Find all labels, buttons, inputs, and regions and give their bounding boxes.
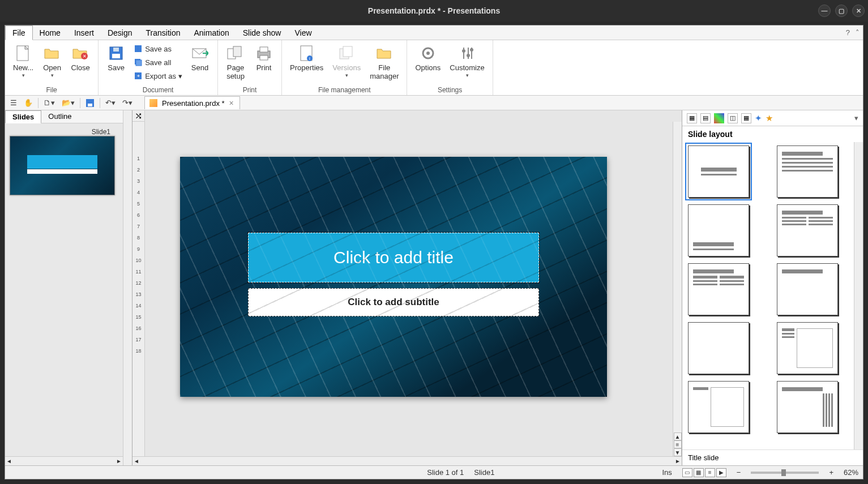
view-normal-button[interactable]: ▭ xyxy=(682,468,692,477)
save-all-icon xyxy=(134,58,143,67)
layout-title-only[interactable] xyxy=(777,263,838,315)
slide-canvas[interactable]: Click to add title Click to add subtitle xyxy=(145,122,673,456)
view-outline-button[interactable]: ≡ xyxy=(705,468,715,477)
sidebar-tab-layout[interactable]: ▦ xyxy=(687,113,697,123)
save-as-icon xyxy=(134,44,143,53)
undo-button[interactable]: ↶▾ xyxy=(104,97,117,108)
new-button[interactable]: New... ▾ xyxy=(10,42,37,79)
send-icon xyxy=(190,44,209,63)
layout-title-slide[interactable] xyxy=(688,145,749,198)
sidebar-tab-color[interactable] xyxy=(714,113,724,123)
slide[interactable]: Click to add title Click to add subtitle xyxy=(180,157,607,397)
menu-animation[interactable]: Animation xyxy=(187,25,236,40)
customize-icon xyxy=(457,44,477,63)
svg-text:✕: ✕ xyxy=(83,54,87,59)
zoom-in-button[interactable]: + xyxy=(829,468,833,477)
maximize-button[interactable]: ▢ xyxy=(835,5,848,17)
close-tab-button[interactable]: × xyxy=(229,98,234,108)
options-button[interactable]: Options xyxy=(412,42,444,74)
menu-icon[interactable]: ☰ xyxy=(8,97,19,108)
collapse-ribbon-icon[interactable]: ˄ xyxy=(856,28,860,37)
save-quick-button[interactable] xyxy=(84,97,96,109)
status-ins: Ins xyxy=(662,468,672,477)
vertical-ruler[interactable]: 123456789101112131415161718 xyxy=(132,122,145,456)
subtitle-placeholder[interactable]: Click to add subtitle xyxy=(248,288,539,316)
open-quick-button[interactable]: 📂▾ xyxy=(60,97,76,108)
menu-transition[interactable]: Transition xyxy=(139,25,187,40)
close-button[interactable]: ✕ Close xyxy=(67,42,93,74)
app-window: File Home Insert Design Transition Anima… xyxy=(5,25,863,479)
slide-thumbnail-1[interactable] xyxy=(10,136,115,195)
view-slideshow-button[interactable]: ▶ xyxy=(716,468,726,477)
sidebar-tab-design[interactable]: ▤ xyxy=(700,113,711,123)
save-icon xyxy=(106,44,126,63)
layout-content-caption[interactable] xyxy=(777,322,838,374)
layout-two-content[interactable] xyxy=(777,204,838,256)
status-slide-name: Slide1 xyxy=(474,468,494,477)
svg-point-27 xyxy=(467,54,470,57)
hand-icon[interactable]: ✋ xyxy=(22,97,35,108)
sidebar-tab-object[interactable]: ◫ xyxy=(728,113,738,123)
tab-slides[interactable]: Slides xyxy=(5,110,41,123)
menu-file[interactable]: File xyxy=(5,25,33,40)
new-quick-button[interactable]: 🗋▾ xyxy=(42,97,57,108)
save-all-button[interactable]: Save all xyxy=(131,56,185,68)
menu-view[interactable]: View xyxy=(288,25,318,40)
svg-rect-8 xyxy=(136,60,142,66)
layout-section-header[interactable] xyxy=(688,204,749,256)
sidebar-tab-table[interactable]: ▦ xyxy=(741,113,751,123)
editor-hscroll[interactable]: ◄► xyxy=(132,456,682,465)
thumb-label: Slide1 xyxy=(10,128,118,136)
title-placeholder[interactable]: Click to add title xyxy=(248,233,539,282)
close-window-button[interactable]: ✕ xyxy=(852,5,865,17)
zoom-slider[interactable] xyxy=(751,472,819,474)
redo-button[interactable]: ↷▾ xyxy=(121,97,134,108)
menu-design[interactable]: Design xyxy=(101,25,139,40)
versions-button[interactable]: Versions ▾ xyxy=(329,42,364,79)
sidebar-panel: ▦ ▤ ◫ ▦ ✦ ★ ▾ Slide layout xyxy=(682,110,863,465)
open-button[interactable]: Open ▾ xyxy=(39,42,65,79)
export-as-button[interactable]: Export as ▾ xyxy=(131,70,185,82)
sidebar-tab-anim2[interactable]: ★ xyxy=(766,113,773,123)
help-icon[interactable]: ? xyxy=(846,28,850,37)
prev-slide-button[interactable]: ▲ xyxy=(674,432,682,440)
editor-vscroll[interactable]: ▲ ≡ ▼ xyxy=(673,122,682,456)
group-document-label: Document xyxy=(103,85,213,94)
next-slide-button[interactable]: ▼ xyxy=(674,448,682,456)
slide-nav-button[interactable]: ≡ xyxy=(674,440,682,448)
layout-comparison[interactable] xyxy=(688,263,749,315)
view-sorter-button[interactable]: ▦ xyxy=(694,468,704,477)
menu-slideshow[interactable]: Slide show xyxy=(236,25,288,40)
tab-outline[interactable]: Outline xyxy=(41,110,78,123)
sidebar-vscroll[interactable] xyxy=(854,142,863,449)
print-button[interactable]: Print xyxy=(251,42,277,74)
file-manager-button[interactable]: File manager xyxy=(366,42,402,82)
layout-picture-caption[interactable] xyxy=(688,381,749,433)
minimize-button[interactable]: — xyxy=(818,5,831,17)
customize-button[interactable]: Customize ▾ xyxy=(446,42,488,79)
group-file-label: File xyxy=(10,85,93,94)
page-setup-button[interactable]: Page setup xyxy=(223,42,249,82)
layout-title-content[interactable] xyxy=(777,145,838,198)
svg-point-22 xyxy=(426,52,430,55)
zoom-out-button[interactable]: − xyxy=(737,468,741,477)
left-hscroll[interactable]: ◄► xyxy=(5,456,123,465)
save-button[interactable]: Save xyxy=(103,42,129,74)
send-button[interactable]: Send xyxy=(187,42,213,74)
save-as-button[interactable]: Save as xyxy=(131,42,185,55)
menu-home[interactable]: Home xyxy=(33,25,67,40)
sidebar-dropdown-icon[interactable]: ▾ xyxy=(854,114,858,122)
page-setup-icon xyxy=(226,44,245,63)
layout-grid xyxy=(682,142,854,449)
left-vscroll[interactable] xyxy=(123,110,132,465)
sidebar-footer: Title slide xyxy=(682,449,863,465)
main-area: Slides Outline Slide1 ◄► xyxy=(5,110,863,465)
properties-button[interactable]: i Properties xyxy=(287,42,327,74)
layout-vertical-text[interactable] xyxy=(777,381,838,433)
sidebar-tab-anim1[interactable]: ✦ xyxy=(755,113,762,123)
document-tab[interactable]: Presentation.prdx * × xyxy=(144,96,240,109)
menu-insert[interactable]: Insert xyxy=(67,25,101,40)
layout-blank[interactable] xyxy=(688,322,749,374)
svg-rect-15 xyxy=(260,55,268,60)
zoom-level[interactable]: 62% xyxy=(844,468,858,477)
